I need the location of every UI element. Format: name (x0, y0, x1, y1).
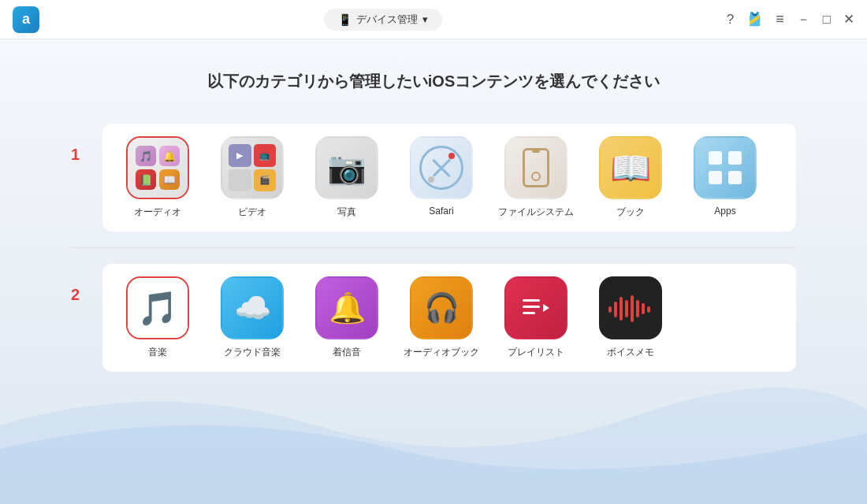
svg-rect-2 (709, 171, 722, 184)
category-voicememo[interactable]: ボイスメモ (591, 276, 670, 359)
category-playlist[interactable]: プレイリスト (497, 276, 575, 359)
minimize-button[interactable]: － (797, 10, 810, 28)
row-1-items: 🎵 🔔 📗 📖 オーディオ ▶ 📺 (102, 124, 796, 232)
playlist-icon-svg (518, 290, 554, 326)
close-button[interactable]: ✕ (843, 11, 854, 28)
svg-rect-10 (620, 297, 623, 321)
category-row-2: 2 🎵 音楽 ☁️ (71, 264, 796, 372)
music-label: 音楽 (148, 346, 167, 359)
row-1-number: 1 (71, 146, 95, 164)
category-safari[interactable]: Safari (402, 136, 481, 219)
device-label: デバイス管理 (356, 13, 418, 27)
svg-rect-11 (625, 300, 628, 317)
cloud-music-label: クラウド音楽 (224, 346, 281, 359)
svg-rect-4 (523, 299, 540, 302)
app-logo: a (13, 6, 39, 33)
device-selector[interactable]: 📱 デバイス管理 ▾ (324, 9, 442, 31)
playlist-label: プレイリスト (508, 346, 564, 359)
audiobook-label: オーディオブック (404, 346, 479, 359)
voicememo-label: ボイスメモ (607, 346, 654, 359)
svg-rect-12 (631, 295, 634, 322)
safari-label: Safari (429, 206, 453, 217)
titlebar: a 📱 デバイス管理 ▾ ? 🎽 ≡ － □ ✕ (0, 0, 867, 39)
book-label: ブック (616, 206, 645, 219)
svg-rect-14 (642, 303, 645, 314)
dropdown-icon: ▾ (422, 13, 428, 25)
ringtone-label: 着信音 (333, 346, 361, 359)
window-controls: ? 🎽 ≡ － □ ✕ (727, 10, 854, 28)
svg-rect-1 (728, 151, 742, 165)
filesystem-label: ファイルシステム (498, 206, 574, 219)
category-ringtone[interactable]: 🔔 着信音 (307, 276, 386, 359)
svg-marker-7 (543, 304, 549, 312)
row-divider (71, 247, 796, 248)
categories-container: 1 🎵 🔔 📗 📖 オーディオ (71, 124, 796, 387)
audio-label: オーディオ (134, 206, 181, 219)
tshirt-button[interactable]: 🎽 (746, 11, 763, 28)
voicememo-icon-svg (607, 292, 654, 324)
category-cloud-music[interactable]: ☁️ クラウド音楽 (213, 276, 292, 359)
apps-icon-svg (705, 148, 745, 187)
svg-rect-13 (636, 300, 639, 317)
row-2-items: 🎵 音楽 ☁️ クラウド音楽 (102, 264, 796, 372)
row-2-number: 2 (71, 286, 95, 304)
apps-label: Apps (714, 206, 735, 217)
svg-rect-6 (523, 312, 535, 314)
category-audiobook[interactable]: 🎧 オーディオブック (402, 276, 481, 359)
category-filesystem[interactable]: ファイルシステム (497, 136, 575, 219)
video-label: ビデオ (238, 206, 266, 219)
help-button[interactable]: ? (727, 12, 734, 28)
category-apps[interactable]: Apps (686, 136, 765, 219)
page-title: 以下のカテゴリから管理したいiOSコンテンツを選んでください (207, 71, 660, 92)
svg-rect-3 (728, 171, 742, 184)
maximize-button[interactable]: □ (823, 12, 831, 28)
main-content: 以下のカテゴリから管理したいiOSコンテンツを選んでください 1 🎵 🔔 📗 📖 (0, 39, 867, 504)
svg-rect-8 (608, 306, 612, 313)
category-audio[interactable]: 🎵 🔔 📗 📖 オーディオ (118, 136, 197, 219)
category-book[interactable]: 📖 ブック (591, 136, 670, 219)
category-row-1: 1 🎵 🔔 📗 📖 オーディオ (71, 124, 796, 232)
menu-button[interactable]: ≡ (776, 11, 784, 28)
phone-icon: 📱 (338, 13, 352, 26)
svg-rect-15 (647, 306, 650, 313)
svg-rect-5 (523, 306, 540, 308)
photo-label: 写真 (337, 206, 356, 219)
category-photo[interactable]: 📷 写真 (307, 136, 386, 219)
category-music[interactable]: 🎵 音楽 (118, 276, 197, 359)
category-video[interactable]: ▶ 📺 🎬 ビデオ (213, 136, 292, 219)
svg-rect-0 (709, 151, 722, 165)
svg-rect-9 (614, 302, 617, 317)
